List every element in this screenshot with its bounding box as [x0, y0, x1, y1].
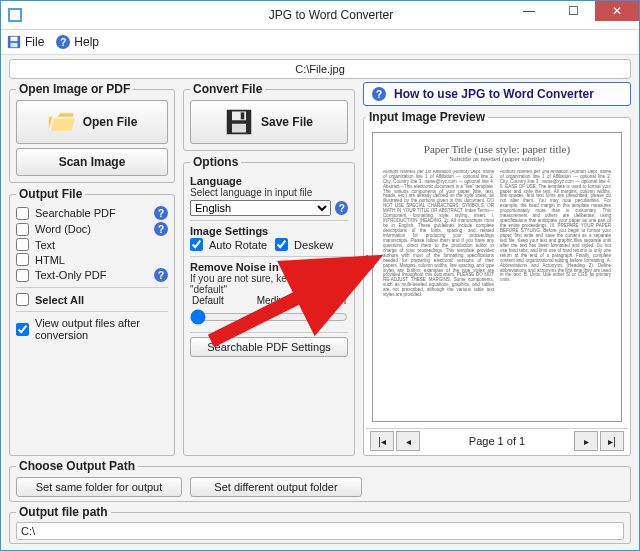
save-file-button[interactable]: Save File — [190, 100, 348, 144]
pager-last-button[interactable]: ▸| — [600, 431, 624, 451]
folder-open-icon — [47, 108, 75, 136]
preview-group: Input Image Preview Paper Title (use sty… — [363, 110, 631, 456]
doc-col-right: Authors Name/s per 2nd Affiliation (Auth… — [500, 170, 611, 415]
pager-next-button[interactable]: ▸ — [574, 431, 598, 451]
searchable-pdf-settings-button[interactable]: Searchable PDF Settings — [190, 337, 348, 357]
noise-label: Remove Noise in Image — [190, 261, 348, 273]
close-button[interactable]: ✕ — [595, 1, 639, 21]
doc-col-left: Authors Name/s per 1st Affiliation (Auth… — [383, 170, 494, 415]
noise-hint: If you are not sure, keep it as "default… — [190, 273, 348, 295]
svg-rect-8 — [241, 112, 245, 119]
choose-output-path-group: Choose Output Path Set same folder for o… — [9, 459, 631, 502]
help-icon[interactable]: ? — [335, 201, 348, 215]
doc-subtitle: Subtitle as needed (paper subtitle) — [449, 156, 544, 164]
maximize-button[interactable]: ☐ — [551, 1, 595, 21]
chk-deskew[interactable]: Deskew — [275, 237, 333, 252]
pager-first-button[interactable]: |◂ — [370, 431, 394, 451]
choose-legend: Choose Output Path — [16, 459, 138, 473]
menu-file[interactable]: File — [7, 35, 44, 49]
svg-rect-7 — [232, 124, 246, 133]
output-path-group: Output file path C:\ — [9, 505, 631, 544]
image-settings-label: Image Settings — [190, 225, 348, 237]
scan-image-button[interactable]: Scan Image — [16, 148, 168, 176]
open-legend: Open Image or PDF — [16, 82, 133, 96]
chk-word[interactable]: Word (Doc)? — [16, 221, 168, 237]
language-hint: Select language in input file — [190, 187, 348, 198]
save-icon — [7, 35, 21, 49]
set-same-folder-button[interactable]: Set same folder for output — [16, 477, 182, 497]
open-file-button[interactable]: Open File — [16, 100, 168, 144]
help-icon[interactable]: ? — [154, 222, 168, 236]
options-legend: Options — [190, 155, 241, 169]
output-path-input[interactable]: C:\ — [16, 522, 624, 540]
language-label: Language — [190, 175, 348, 187]
svg-rect-4 — [11, 43, 18, 47]
menubar: File ? Help — [1, 30, 639, 55]
help-icon: ? — [56, 35, 70, 49]
output-file-group: Output File Searchable PDF? Word (Doc)? … — [9, 187, 175, 456]
convert-legend: Convert File — [190, 82, 265, 96]
app-icon — [7, 7, 23, 23]
convert-group: Convert File Save File — [183, 82, 355, 151]
noise-slider[interactable] — [190, 308, 348, 326]
titlebar: JPG to Word Converter — ☐ ✕ — [1, 1, 639, 30]
floppy-icon — [225, 108, 253, 136]
chk-textonly-pdf[interactable]: Text-Only PDF? — [16, 267, 168, 283]
chk-auto-rotate[interactable]: Auto Rotate — [190, 237, 267, 252]
chk-text[interactable]: Text — [16, 237, 168, 252]
help-icon[interactable]: ? — [154, 206, 168, 220]
chk-html[interactable]: HTML — [16, 252, 168, 267]
output-legend: Output File — [16, 187, 85, 201]
options-group: Options Language Select language in inpu… — [183, 155, 355, 456]
set-diff-folder-button[interactable]: Set different output folder — [190, 477, 362, 497]
language-select[interactable]: English — [190, 200, 331, 216]
preview-legend: Input Image Preview — [366, 110, 488, 124]
svg-rect-3 — [11, 37, 18, 41]
menu-file-label: File — [25, 35, 44, 49]
file-path-box[interactable]: C:\File.jpg — [9, 59, 631, 79]
help-icon[interactable]: ? — [154, 268, 168, 282]
doc-title: Paper Title (use style: paper title) — [424, 143, 570, 155]
chk-view-output[interactable]: View output files after conversion — [16, 316, 168, 342]
howto-link[interactable]: ? How to use JPG to Word Converter — [363, 82, 631, 106]
svg-rect-1 — [10, 10, 20, 20]
minimize-button[interactable]: — — [507, 1, 551, 21]
pager-label: Page 1 of 1 — [422, 435, 572, 447]
open-group: Open Image or PDF Open File Scan Image — [9, 82, 175, 183]
chk-searchable-pdf[interactable]: Searchable PDF? — [16, 205, 168, 221]
help-icon: ? — [372, 87, 386, 101]
menu-help-label: Help — [74, 35, 99, 49]
menu-help[interactable]: ? Help — [56, 35, 99, 49]
preview-page: Paper Title (use style: paper title) Sub… — [372, 132, 622, 422]
pager: |◂ ◂ Page 1 of 1 ▸ ▸| — [366, 428, 628, 453]
outpath-legend: Output file path — [16, 505, 111, 519]
pager-prev-button[interactable]: ◂ — [396, 431, 420, 451]
chk-select-all[interactable]: Select All — [16, 292, 168, 307]
